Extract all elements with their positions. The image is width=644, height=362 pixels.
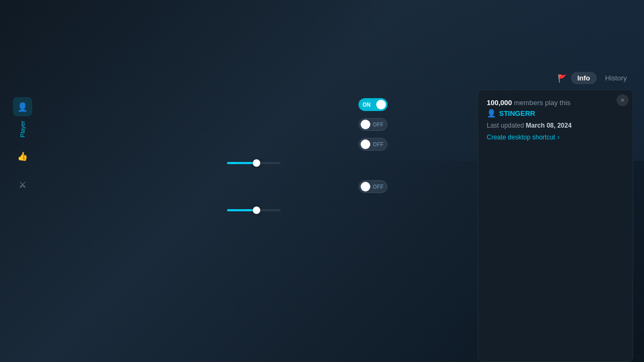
- game-speed-slider-thumb: [253, 206, 260, 214]
- shortcut-chevron-icon: ›: [557, 134, 559, 141]
- members-text: 100,000 members play this: [487, 99, 624, 107]
- toggle-thumb-1: [376, 100, 386, 109]
- info-box: × 100,000 members play this 👤 STINGERR L…: [478, 90, 633, 362]
- last-updated-label: Last updated: [487, 122, 524, 129]
- side-tab-player[interactable]: 👤: [13, 97, 32, 116]
- close-info-button[interactable]: ×: [617, 94, 628, 106]
- username-display: STINGERR: [499, 109, 535, 117]
- toggle-thumb-3: [361, 139, 370, 149]
- shortcut-link[interactable]: Create desktop shortcut ›: [487, 134, 624, 141]
- flag-icon: 🚩: [558, 74, 567, 83]
- user-row: 👤 STINGERR: [487, 109, 624, 117]
- toggle-unlimited-health[interactable]: ON: [358, 98, 387, 111]
- members-count: 100,000: [487, 99, 512, 107]
- player-speed-slider-thumb: [253, 159, 260, 167]
- toggle-label-off-2: OFF: [373, 122, 384, 128]
- toggle-no-reload[interactable]: OFF: [358, 180, 387, 193]
- player-speed-slider-fill: [227, 162, 257, 164]
- toggle-unlimited-stamina[interactable]: OFF: [358, 118, 387, 131]
- members-suffix: members play this: [514, 99, 570, 107]
- last-updated: Last updated March 08, 2024: [487, 122, 624, 129]
- game-speed-slider-fill: [227, 209, 257, 211]
- tab-info[interactable]: Info: [571, 72, 597, 84]
- side-tab-combat[interactable]: ⚔: [13, 175, 32, 194]
- side-tab-player-label: Player: [19, 121, 26, 137]
- player-speed-slider-track[interactable]: [227, 162, 281, 164]
- toggle-label-off-5: OFF: [373, 184, 384, 190]
- last-updated-date: March 08, 2024: [526, 122, 572, 129]
- tab-history[interactable]: History: [599, 72, 633, 84]
- side-tab-thumbs[interactable]: 👍: [13, 146, 32, 166]
- right-panel: 🚩 Info History × 100,000 members play th…: [478, 70, 633, 362]
- toggle-thumb-5: [361, 182, 370, 191]
- shortcut-label: Create desktop shortcut: [487, 134, 555, 141]
- info-tabs: 🚩 Info History: [478, 70, 633, 90]
- toggle-thumb-2: [361, 120, 370, 129]
- game-speed-slider-track[interactable]: [227, 209, 281, 211]
- toggle-label-on: ON: [363, 102, 371, 108]
- toggle-unlimited-energy[interactable]: OFF: [358, 138, 387, 151]
- user-icon: 👤: [487, 109, 496, 117]
- toggle-label-off-3: OFF: [373, 142, 384, 147]
